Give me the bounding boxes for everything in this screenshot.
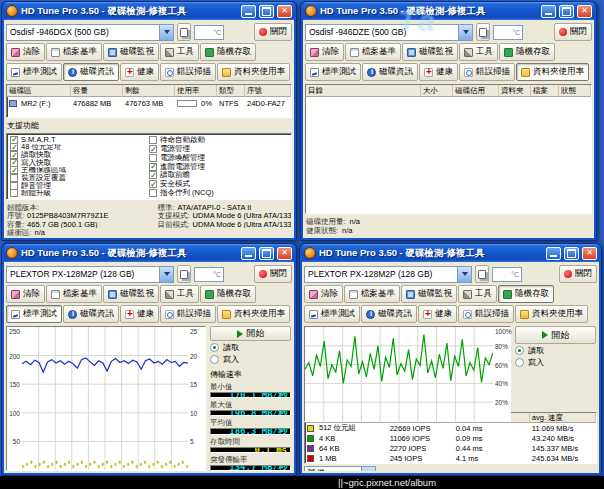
toolbar-erase-button[interactable]: 清除 [6, 43, 45, 61]
minimize-button[interactable] [241, 247, 256, 260]
tab-benchmark[interactable]: 標準測試 [304, 305, 360, 323]
chevron-down-icon[interactable] [457, 267, 471, 282]
tab-error-scan[interactable]: 錯誤掃描 [458, 305, 514, 323]
tab-benchmark[interactable]: 標準測試 [305, 63, 361, 81]
toolbar-disk-monitor-button[interactable]: 磁碟監視 [103, 285, 159, 303]
toolbar-file-benchmark-button[interactable]: 檔案基準 [46, 285, 102, 303]
temperature-display: °C [493, 25, 523, 40]
maximize-button[interactable] [259, 5, 274, 18]
toolbar-random-access-button[interactable]: 隨機存取 [200, 43, 256, 61]
chevron-down-icon[interactable] [458, 25, 472, 40]
toolbar-tools-button[interactable]: 工具 [459, 43, 498, 61]
tab-folder-usage[interactable]: 資料夾使用率 [515, 305, 588, 323]
toolbar-tools-button[interactable]: 工具 [458, 285, 497, 303]
toolbar: 清除 檔案基準 磁碟監視 工具 隨機存取 [6, 43, 292, 62]
toolbar-random-access-button[interactable]: 隨機存取 [499, 43, 555, 61]
minimize-button[interactable] [546, 247, 561, 260]
write-radio[interactable]: 寫入 [515, 357, 596, 368]
max-label: 最大值 [210, 400, 291, 410]
copy-button[interactable] [177, 23, 191, 41]
chevron-down-icon[interactable] [361, 467, 375, 472]
toolbar-tools-button[interactable]: 工具 [160, 43, 199, 61]
tab-error-scan[interactable]: 錯誤掃描 [160, 63, 216, 81]
tab-info[interactable]: 磁碟資訊 [63, 305, 119, 323]
tab-benchmark[interactable]: 標準測試 [6, 305, 62, 323]
start-button[interactable]: 開始 [515, 326, 596, 344]
tab-folder-usage[interactable]: 資料夾使用率 [217, 305, 290, 323]
status-lines: 磁碟使用量:n/a 健康狀態:n/a [305, 216, 592, 236]
toolbar-disk-monitor-button[interactable]: 磁碟監視 [402, 43, 458, 61]
file-icon [51, 290, 60, 299]
drive-select[interactable]: Osdisf -946DZE (500 GB) [305, 24, 473, 41]
toolbar-file-benchmark-button[interactable]: 檔案基準 [46, 43, 102, 61]
magnifier-icon [165, 68, 174, 77]
tab-info[interactable]: 磁碟資訊 [361, 305, 417, 323]
maximize-button[interactable] [564, 247, 579, 260]
tab-benchmark[interactable]: 標準測試 [6, 63, 62, 81]
exit-button[interactable]: 關閉 [559, 265, 597, 283]
copy-button[interactable] [177, 265, 191, 283]
temperature-display: °C [492, 267, 522, 282]
exit-button[interactable]: 關閉 [254, 265, 292, 283]
exit-button[interactable]: 關閉 [254, 23, 292, 41]
mode-select[interactable]: 隨機 [304, 466, 376, 472]
titlebar[interactable]: HD Tune Pro 3.50 - 硬碟檢測-修複工具 [4, 244, 294, 262]
tab-info[interactable]: 磁碟資訊 [63, 63, 119, 81]
tab-info[interactable]: 磁碟資訊 [362, 63, 418, 81]
minimize-button[interactable] [241, 5, 256, 18]
titlebar[interactable]: HD Tune Pro 3.50 - 硬碟檢測-修複工具 [302, 244, 599, 262]
tab-error-scan[interactable]: 錯誤掃描 [160, 305, 216, 323]
tab-health[interactable]: 健康 [120, 63, 159, 81]
close-button[interactable] [277, 247, 292, 260]
tab-folder-usage[interactable]: 資料夾使用率 [516, 63, 589, 81]
toolbar-erase-button[interactable]: 清除 [6, 285, 45, 303]
tab-error-scan[interactable]: 錯誤掃描 [459, 63, 515, 81]
toolbar-tools-button[interactable]: 工具 [160, 285, 199, 303]
chevron-down-icon[interactable] [159, 267, 173, 282]
toolbar-erase-button[interactable]: 清除 [305, 43, 344, 61]
toolbar-erase-button[interactable]: 清除 [304, 285, 343, 303]
maximize-button[interactable] [559, 5, 574, 18]
exit-button[interactable]: 關閉 [554, 23, 592, 41]
start-button[interactable]: 開始 [210, 326, 291, 341]
feature-item: 讀取前瞻 [149, 171, 288, 180]
toolbar-file-benchmark-button[interactable]: 檔案基準 [345, 43, 401, 61]
close-button[interactable] [277, 5, 292, 18]
titlebar[interactable]: HD Tune Pro 3.50 - 硬碟檢測-修複工具 [303, 2, 594, 20]
tabs: 標準測試 磁碟資訊 健康 錯誤掃描 資料夾使用率 [6, 305, 292, 324]
drive-select[interactable]: PLEXTOR PX-128M2P (128 GB) [6, 266, 174, 283]
copy-button[interactable] [476, 23, 490, 41]
toolbar-file-benchmark-button[interactable]: 檔案基準 [344, 285, 400, 303]
chevron-down-icon[interactable] [159, 25, 173, 40]
tab-health[interactable]: 健康 [120, 305, 159, 323]
read-radio[interactable]: 讀取 [210, 342, 291, 353]
health-cross-icon [125, 310, 134, 319]
toolbar-disk-monitor-button[interactable]: 磁碟監視 [401, 285, 457, 303]
volume-row[interactable]: MR2 (F:) 476882 MB 476763 MB 0% NTFS 24D… [7, 97, 291, 110]
folder-icon [521, 68, 530, 77]
feature-item: 進階電源管理 [149, 162, 288, 171]
tabs: 標準測試 磁碟資訊 健康 錯誤掃描 資料夾使用率 [304, 305, 597, 324]
write-radio[interactable]: 寫入 [210, 354, 291, 365]
close-button[interactable] [582, 247, 597, 260]
maximize-button[interactable] [259, 247, 274, 260]
read-radio[interactable]: 讀取 [515, 345, 596, 356]
tab-health[interactable]: 健康 [418, 305, 457, 323]
folder-table-body[interactable] [306, 97, 591, 213]
copy-button[interactable] [475, 265, 489, 283]
toolbar-disk-monitor-button[interactable]: 磁碟監視 [103, 43, 159, 61]
close-button[interactable] [577, 5, 592, 18]
legend-swatch [307, 425, 314, 432]
feature-item: S.M.A.R.T [10, 136, 149, 144]
minimize-button[interactable] [541, 5, 556, 18]
drive-select[interactable]: PLEXTOR PX-128M2P (128 GB) [304, 266, 472, 283]
drive-select[interactable]: Osdisf -946DGX (500 GB) [6, 24, 174, 41]
folder-icon [222, 310, 231, 319]
file-icon [349, 290, 358, 299]
toolbar-random-access-button[interactable]: 隨機存取 [200, 285, 256, 303]
toolbar-random-access-button[interactable]: 隨機存取 [498, 285, 554, 303]
caption-text: ||~gric.pixnet.net/album [338, 477, 436, 488]
tab-health[interactable]: 健康 [419, 63, 458, 81]
titlebar[interactable]: HD Tune Pro 3.50 - 硬碟檢測-修複工具 [4, 2, 294, 20]
tab-folder-usage[interactable]: 資料夾使用率 [217, 63, 290, 81]
